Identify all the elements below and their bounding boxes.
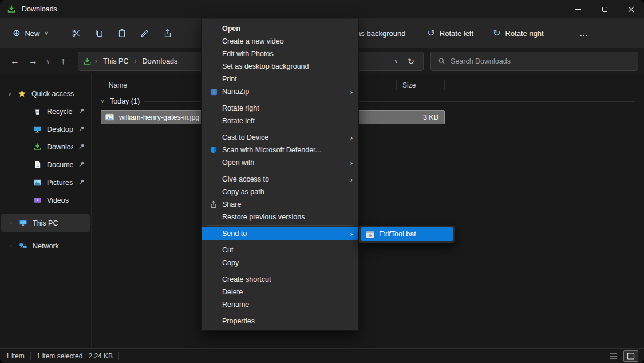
context-menu-item-delete[interactable]: Delete	[202, 286, 358, 298]
sidebar-item-label: Network	[33, 242, 85, 250]
sidebar-item-pictures[interactable]: Pictures	[1, 173, 90, 191]
rotate-right-button[interactable]: ↻ Rotate right	[487, 24, 550, 42]
forward-button[interactable]: →	[24, 52, 42, 70]
close-icon	[628, 6, 634, 13]
sidebar-item-documents[interactable]: Documents	[1, 156, 90, 173]
sidebar-item-videos[interactable]: Videos	[1, 191, 90, 209]
address-dropdown-button[interactable]: ∨	[389, 54, 404, 69]
submenu-arrow-icon: ›	[350, 88, 353, 96]
nanazip-icon	[208, 88, 219, 96]
context-menu-item-print[interactable]: Print	[202, 73, 358, 85]
document-icon	[33, 160, 42, 169]
menu-separator	[207, 313, 353, 313]
send-to-submenu: ExifTool.bat	[359, 225, 455, 243]
minimize-button[interactable]	[565, 0, 591, 18]
back-button[interactable]: ←	[6, 52, 24, 70]
scissors-icon	[72, 29, 81, 38]
maximize-button[interactable]	[591, 0, 618, 18]
rotate-left-button[interactable]: ↺ Rotate left	[421, 24, 479, 42]
group-header-today[interactable]: ∨ Today (1)	[100, 97, 644, 105]
sidebar-item-this-pc[interactable]: › This PC	[1, 214, 90, 232]
cut-button[interactable]	[66, 24, 86, 42]
close-button[interactable]	[618, 0, 644, 18]
plus-circle-icon: ⊕	[13, 29, 20, 38]
chevron-down-icon: ∨	[100, 98, 105, 104]
sidebar: ∨ Quick access Recycle Bin Desktop Downl…	[0, 74, 92, 348]
new-button[interactable]: ⊕ New ∨	[7, 24, 54, 42]
context-menu-item-nanazip[interactable]: NanaZip ›	[202, 85, 358, 98]
share-icon	[208, 200, 219, 208]
chevron-right-icon: ›	[8, 220, 14, 226]
context-menu-item-give-access-to[interactable]: Give access to ›	[202, 173, 358, 186]
context-menu-item-rotate-left[interactable]: Rotate left	[202, 115, 358, 127]
context-menu-item-scan-with-defender[interactable]: Scan with Microsoft Defender...	[202, 144, 358, 156]
thumbnail-view-button[interactable]	[623, 350, 638, 362]
menu-separator	[207, 271, 353, 271]
titlebar-left: Downloads	[7, 5, 57, 14]
sidebar-item-label: Desktop	[47, 125, 73, 133]
search-box[interactable]	[430, 52, 638, 71]
toolbar-divider	[60, 26, 60, 40]
rotate-right-icon: ↻	[493, 29, 500, 38]
sidebar-item-desktop[interactable]: Desktop	[1, 120, 90, 138]
context-menu-item-copy-as-path[interactable]: Copy as path	[202, 186, 358, 198]
context-menu-item-open[interactable]: Open	[202, 22, 358, 35]
context-menu-item-create-shortcut[interactable]: Create shortcut	[202, 273, 358, 286]
downloads-app-icon	[7, 5, 16, 14]
column-header-size[interactable]: Size	[397, 80, 445, 90]
search-input[interactable]	[451, 57, 631, 65]
sidebar-item-label: Downloads	[47, 143, 73, 151]
sidebar-item-quick-access[interactable]: ∨ Quick access	[1, 85, 90, 102]
paste-icon	[117, 29, 127, 38]
pin-icon	[78, 161, 85, 168]
rotate-right-label: Rotate right	[505, 29, 544, 38]
breadcrumb-this-pc[interactable]: This PC	[98, 55, 133, 68]
submenu-item-exiftool-bat[interactable]: ExifTool.bat	[361, 227, 453, 241]
submenu-item-label: ExifTool.bat	[379, 230, 416, 238]
group-label: Today (1)	[110, 97, 140, 105]
sidebar-item-label: Recycle Bin	[47, 108, 73, 116]
context-menu-item-edit-with-photos[interactable]: Edit with Photos	[202, 48, 358, 60]
sidebar-item-network[interactable]: › Network	[1, 237, 90, 255]
context-menu: Open Create a new video Edit with Photos…	[201, 19, 359, 331]
context-menu-item-create-a-new-video[interactable]: Create a new video	[202, 35, 358, 48]
submenu-arrow-icon: ›	[350, 159, 353, 167]
context-menu-item-send-to[interactable]: Send to ›	[202, 227, 358, 240]
context-menu-item-share[interactable]: Share	[202, 198, 358, 211]
maximize-icon	[602, 7, 607, 12]
context-menu-item-rename[interactable]: Rename	[202, 298, 358, 311]
menu-separator	[207, 225, 353, 226]
batch-file-icon	[366, 230, 374, 239]
copy-icon	[94, 29, 104, 38]
videos-icon	[33, 196, 42, 204]
breadcrumb-downloads[interactable]: Downloads	[137, 55, 182, 68]
context-menu-item-properties[interactable]: Properties	[202, 315, 358, 328]
rotate-left-icon: ↺	[427, 29, 434, 38]
sidebar-item-recycle-bin[interactable]: Recycle Bin	[1, 102, 90, 120]
status-divider	[30, 352, 31, 360]
paste-button[interactable]	[112, 24, 132, 42]
share-button[interactable]	[157, 24, 178, 42]
sidebar-item-downloads[interactable]: Downloads	[1, 138, 90, 156]
context-menu-item-open-with[interactable]: Open with ›	[202, 156, 358, 169]
context-menu-item-rotate-right[interactable]: Rotate right	[202, 102, 358, 115]
history-chevron-button[interactable]: ∨	[42, 52, 54, 70]
context-menu-item-set-as-desktop-background[interactable]: Set as desktop background	[202, 60, 358, 73]
up-button[interactable]: ↑	[54, 52, 72, 70]
see-more-button[interactable]: …	[574, 23, 594, 43]
window-controls	[565, 0, 644, 18]
rename-button[interactable]	[135, 24, 155, 42]
context-menu-item-cast-to-device[interactable]: Cast to Device ›	[202, 131, 358, 144]
details-view-button[interactable]	[606, 350, 621, 362]
column-headers: Name Size	[101, 78, 644, 93]
pin-icon	[78, 143, 85, 151]
copy-button[interactable]	[89, 24, 109, 42]
pictures-icon	[33, 178, 42, 187]
context-menu-item-copy[interactable]: Copy	[202, 257, 358, 269]
refresh-button[interactable]: ↻	[404, 54, 418, 69]
context-menu-item-cut[interactable]: Cut	[202, 244, 358, 257]
recycle-bin-icon	[33, 107, 42, 116]
network-icon	[19, 242, 27, 250]
context-menu-item-restore-previous-versions[interactable]: Restore previous versions	[202, 211, 358, 223]
status-bar: 1 item 1 item selected 2.24 KB	[0, 348, 644, 363]
